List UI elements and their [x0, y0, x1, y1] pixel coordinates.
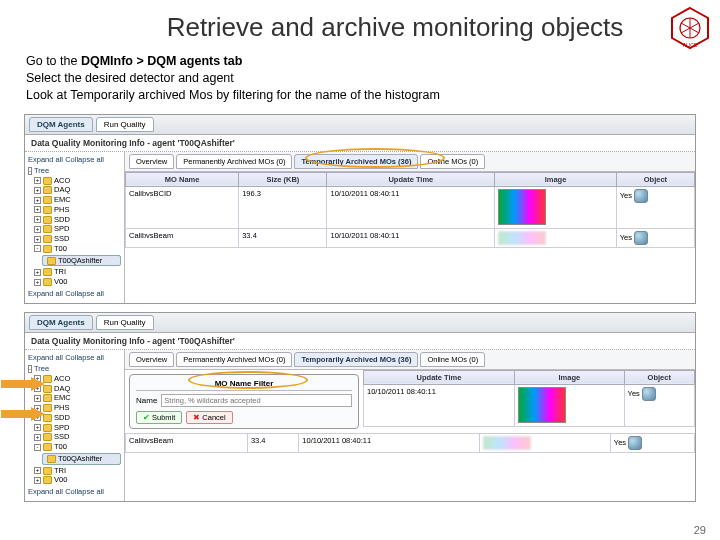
top-tabbar: DQM Agents Run Quality: [25, 115, 695, 135]
plus-icon[interactable]: +: [34, 434, 41, 441]
folder-icon: [43, 216, 52, 224]
panel-2: DQM Agents Run Quality Data Quality Moni…: [24, 312, 696, 502]
thumbnail[interactable]: [498, 231, 546, 245]
table-row[interactable]: CalibvsBeam33.410/10/2011 08:40:11 Yes: [126, 228, 695, 247]
tree-sidebar: Expand all Collapse all - Tree +ACO+DAQ+…: [25, 152, 125, 303]
subtab-bar: Overview Permanently Archived MOs (0) Te…: [125, 152, 695, 172]
collapse-all-link[interactable]: Collapse all: [65, 353, 104, 362]
folder-icon: [43, 467, 52, 475]
subtab-permanent[interactable]: Permanently Archived MOs (0): [176, 154, 292, 169]
plus-icon[interactable]: +: [34, 269, 41, 276]
thumbnail[interactable]: [518, 387, 566, 423]
thumbnail[interactable]: [498, 189, 546, 225]
minus-icon[interactable]: -: [28, 365, 32, 373]
tree-node[interactable]: SSD: [54, 432, 69, 442]
tree-node[interactable]: ACO: [54, 176, 70, 186]
subtab-online[interactable]: Online MOs (0): [420, 154, 485, 169]
col-image[interactable]: Image: [495, 172, 617, 186]
plus-icon[interactable]: +: [34, 395, 41, 402]
filter-header: MO Name Filter: [136, 379, 352, 391]
tree-node[interactable]: TRI: [54, 466, 66, 476]
tree-node[interactable]: PHS: [54, 403, 69, 413]
subtab-temporary[interactable]: Temporarily Archived MOs (36): [294, 352, 418, 367]
plus-icon[interactable]: +: [34, 477, 41, 484]
tree-node[interactable]: V00: [54, 475, 67, 485]
tree-node[interactable]: DAQ: [54, 185, 70, 195]
thumbnail[interactable]: [483, 436, 531, 450]
tree-node[interactable]: TRI: [54, 267, 66, 277]
mo-table-2: Update Time Image Object 10/10/2011 08:4…: [363, 370, 695, 427]
tree-node[interactable]: SPD: [54, 224, 69, 234]
folder-icon: [47, 257, 56, 265]
svg-text:ALICE: ALICE: [683, 42, 698, 48]
minus-icon[interactable]: -: [34, 245, 41, 252]
tab-dqm-agents[interactable]: DQM Agents: [29, 117, 93, 132]
plus-icon[interactable]: +: [34, 206, 41, 213]
minus-icon[interactable]: -: [28, 167, 32, 175]
arrow-icon: [1, 377, 45, 391]
object-icon[interactable]: [628, 436, 642, 450]
subtab-overview[interactable]: Overview: [129, 154, 174, 169]
folder-icon: [43, 433, 52, 441]
tree-node[interactable]: PHS: [54, 205, 69, 215]
plus-icon[interactable]: +: [34, 236, 41, 243]
table-row[interactable]: CalibvsBCID196.310/10/2011 08:40:11 Yes: [126, 186, 695, 228]
plus-icon[interactable]: +: [34, 424, 41, 431]
tree-node[interactable]: SPD: [54, 423, 69, 433]
col-object[interactable]: Object: [616, 172, 694, 186]
col-image[interactable]: Image: [515, 370, 625, 384]
object-icon[interactable]: [634, 189, 648, 203]
panel-1: DQM Agents Run Quality Data Quality Moni…: [24, 114, 696, 304]
plus-icon[interactable]: +: [34, 177, 41, 184]
panel-subtitle-2: Data Quality Monitoring Info - agent 'T0…: [25, 333, 695, 350]
col-object[interactable]: Object: [624, 370, 694, 384]
folder-icon: [43, 278, 52, 286]
filter-name-input[interactable]: [161, 394, 352, 407]
table-row[interactable]: CalibvsBeam33.410/10/2011 08:40:11 Yes: [126, 433, 695, 452]
expand-all-link[interactable]: Expand all: [28, 487, 63, 496]
tree-node[interactable]: V00: [54, 277, 67, 287]
plus-icon[interactable]: +: [34, 279, 41, 286]
tab-run-quality[interactable]: Run Quality: [96, 117, 154, 132]
col-mo-name[interactable]: MO Name: [126, 172, 239, 186]
tab-run-quality[interactable]: Run Quality: [96, 315, 154, 330]
plus-icon[interactable]: +: [34, 187, 41, 194]
tree-node[interactable]: SDD: [54, 215, 70, 225]
collapse-all-link[interactable]: Collapse all: [65, 289, 104, 298]
plus-icon[interactable]: +: [34, 216, 41, 223]
minus-icon[interactable]: -: [34, 444, 41, 451]
tree-node[interactable]: EMC: [54, 195, 71, 205]
object-icon[interactable]: [642, 387, 656, 401]
tree-node-selected[interactable]: T00QAshifter: [58, 256, 102, 266]
col-update[interactable]: Update Time: [327, 172, 495, 186]
tree-node[interactable]: EMC: [54, 393, 71, 403]
plus-icon[interactable]: +: [34, 197, 41, 204]
tab-dqm-agents[interactable]: DQM Agents: [29, 315, 93, 330]
col-update[interactable]: Update Time: [364, 370, 515, 384]
plus-icon[interactable]: +: [34, 467, 41, 474]
subtab-permanent[interactable]: Permanently Archived MOs (0): [176, 352, 292, 367]
tree-node[interactable]: DAQ: [54, 384, 70, 394]
plus-icon[interactable]: +: [34, 226, 41, 233]
tree-node-selected[interactable]: T00QAshifter: [58, 454, 102, 464]
expand-all-link[interactable]: Expand all: [28, 353, 63, 362]
tree-node[interactable]: SSD: [54, 234, 69, 244]
col-size[interactable]: Size (KB): [239, 172, 327, 186]
tree-node[interactable]: SDD: [54, 413, 70, 423]
tree-node-t00[interactable]: T00: [54, 442, 67, 452]
submit-button[interactable]: ✔Submit: [136, 411, 182, 424]
expand-all-link[interactable]: Expand all: [28, 155, 63, 164]
folder-icon: [43, 443, 52, 451]
cancel-button[interactable]: ✖Cancel: [186, 411, 232, 424]
collapse-all-link[interactable]: Collapse all: [65, 487, 104, 496]
mo-table-2b: CalibvsBeam33.410/10/2011 08:40:11 Yes: [125, 433, 695, 453]
subtab-online[interactable]: Online MOs (0): [420, 352, 485, 367]
table-row[interactable]: 10/10/2011 08:40:11 Yes: [364, 384, 695, 426]
subtab-temporary[interactable]: Temporarily Archived MOs (36): [294, 154, 418, 169]
object-icon[interactable]: [634, 231, 648, 245]
tree-node[interactable]: ACO: [54, 374, 70, 384]
collapse-all-link[interactable]: Collapse all: [65, 155, 104, 164]
expand-all-link[interactable]: Expand all: [28, 289, 63, 298]
tree-node-t00[interactable]: T00: [54, 244, 67, 254]
subtab-overview[interactable]: Overview: [129, 352, 174, 367]
